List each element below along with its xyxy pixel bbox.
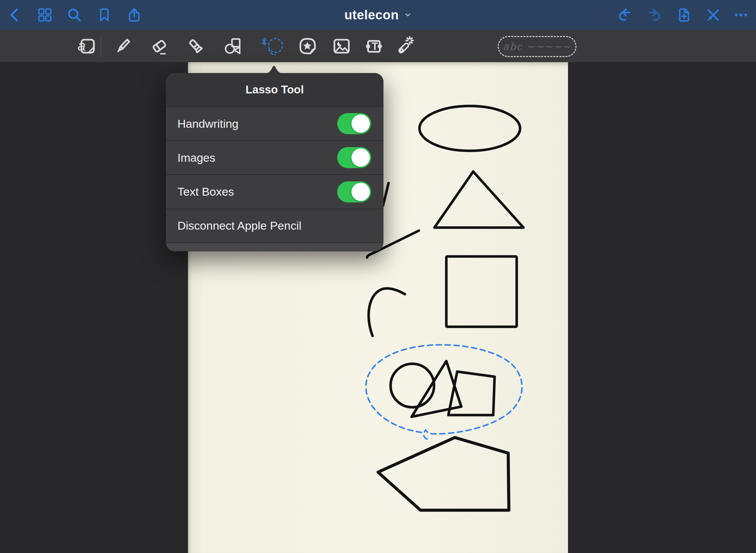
toggle-knob: [351, 114, 370, 133]
document-title-menu[interactable]: utelecon: [344, 0, 412, 30]
images-toggle[interactable]: [337, 147, 371, 168]
lasso-selection-loop[interactable]: [366, 345, 522, 439]
undo-button[interactable]: [613, 0, 637, 30]
pen-tool[interactable]: [111, 33, 136, 60]
drawn-triangle[interactable]: [434, 172, 523, 228]
laser-pointer-tool[interactable]: [392, 33, 416, 60]
page-grid-icon: [37, 7, 53, 23]
toggle-knob: [351, 183, 370, 201]
redo-button[interactable]: [642, 0, 666, 30]
text-box-icon: T: [363, 36, 384, 57]
star-icon: [303, 42, 311, 50]
eraser-tool[interactable]: [147, 33, 171, 60]
handwriting-selection-preview[interactable]: abc ~~~~~: [498, 36, 577, 57]
back-chevron-icon: [7, 7, 22, 23]
app-screen: utelecon: [0, 0, 756, 553]
writing-mode-tool[interactable]: a: [74, 33, 99, 60]
undo-icon: [617, 7, 633, 23]
drawn-ellipse[interactable]: [419, 106, 520, 151]
redo-icon: [646, 7, 663, 23]
text-boxes-label: Text Boxes: [177, 185, 234, 198]
lasso-tool[interactable]: [261, 33, 285, 60]
page-grid-button[interactable]: [33, 0, 57, 30]
stickers-tool[interactable]: [295, 33, 320, 60]
disconnect-apple-pencil-label: Disconnect Apple Pencil: [177, 219, 302, 232]
add-page-button[interactable]: [672, 0, 696, 30]
shapes-tool[interactable]: [220, 33, 245, 60]
share-button[interactable]: [122, 0, 146, 30]
moon-icon: [337, 42, 342, 47]
back-button[interactable]: [3, 0, 27, 30]
share-icon: [126, 7, 142, 23]
tools-toolbar: a: [0, 30, 756, 62]
handwriting-toggle[interactable]: [337, 113, 371, 134]
search-icon: [66, 7, 83, 23]
text-box-tool[interactable]: T: [362, 33, 386, 60]
pencil-x-icon: [705, 7, 721, 23]
highlighter-tool[interactable]: [184, 33, 208, 60]
text-boxes-toggle[interactable]: [337, 181, 371, 202]
drawn-pentagon[interactable]: [378, 438, 509, 510]
highlighter-icon: [185, 36, 206, 57]
toggle-knob: [351, 148, 370, 167]
writing-mode-icon: a: [76, 36, 97, 57]
popup-title: Lasso Tool: [166, 73, 383, 106]
handwriting-preview-text: abc ~~~~~: [503, 41, 571, 52]
more-button[interactable]: [729, 0, 753, 30]
handwriting-label: Handwriting: [177, 117, 239, 130]
lasso-tool-popup: Lasso Tool Handwriting Images Text Boxes…: [166, 73, 383, 251]
disconnect-apple-pencil-row[interactable]: Disconnect Apple Pencil: [166, 209, 383, 242]
bookmark-button[interactable]: [92, 0, 116, 30]
drawn-square[interactable]: [446, 256, 517, 327]
image-icon: [331, 36, 352, 57]
shapes-icon: [222, 36, 243, 57]
image-tool[interactable]: [329, 33, 354, 60]
drawn-circle[interactable]: [391, 364, 434, 407]
images-label: Images: [177, 151, 216, 164]
drawn-curve-stroke[interactable]: [368, 288, 405, 336]
page-title: utelecon: [344, 8, 399, 22]
handwriting-toggle-row: Handwriting: [166, 106, 383, 140]
laser-pointer-icon: [393, 36, 414, 57]
pen-icon: [113, 36, 134, 57]
toolbar-divider: [101, 35, 101, 57]
text-box-letter: T: [372, 40, 378, 52]
eraser-icon: [149, 36, 170, 57]
bluetooth-icon: [262, 38, 266, 45]
popup-arrow: [265, 64, 283, 73]
popup-footer: [166, 242, 383, 251]
lasso-icon: [261, 34, 285, 59]
top-navigation-bar: utelecon: [0, 0, 756, 30]
ellipsis-icon: [733, 7, 749, 23]
images-toggle-row: Images: [166, 140, 383, 174]
chevron-down-icon: [404, 11, 412, 19]
stop-editing-button[interactable]: [701, 0, 725, 30]
search-button[interactable]: [63, 0, 86, 30]
bookmark-icon: [97, 7, 112, 23]
text-boxes-toggle-row: Text Boxes: [166, 174, 383, 209]
drawn-line-stroke-upper[interactable]: [383, 183, 389, 206]
writing-mode-letter: a: [78, 37, 86, 54]
add-page-icon: [676, 7, 692, 23]
stickers-icon: [297, 36, 318, 57]
